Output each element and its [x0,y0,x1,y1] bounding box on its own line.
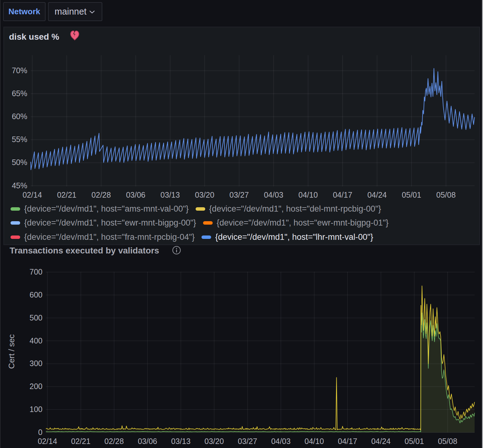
svg-text:04/03: 04/03 [264,190,283,199]
svg-text:55%: 55% [12,135,27,144]
svg-text:03/20: 03/20 [205,437,224,446]
svg-text:03/06: 03/06 [126,190,145,199]
svg-text:04/24: 04/24 [367,190,387,199]
svg-text:03/20: 03/20 [195,190,215,199]
svg-text:02/28: 02/28 [91,190,111,199]
svg-text:45%: 45% [12,181,27,190]
svg-text:04/17: 04/17 [333,190,352,199]
svg-text:02/28: 02/28 [104,437,124,446]
svg-text:200: 200 [29,382,42,391]
svg-text:65%: 65% [12,89,27,98]
svg-text:50%: 50% [12,158,27,167]
svg-text:05/08: 05/08 [436,190,456,199]
svg-text:02/14: 02/14 [38,437,57,446]
svg-text:700: 700 [29,267,42,276]
svg-text:300: 300 [29,359,42,368]
svg-text:70%: 70% [12,66,27,75]
svg-text:04/24: 04/24 [371,437,391,446]
svg-text:03/13: 03/13 [161,190,180,199]
svg-text:05/08: 05/08 [438,437,458,446]
svg-text:05/01: 05/01 [402,190,421,199]
svg-text:03/27: 03/27 [238,437,257,446]
svg-text:400: 400 [29,336,42,345]
svg-text:04/10: 04/10 [304,437,324,446]
svg-text:500: 500 [29,313,42,322]
svg-text:60%: 60% [12,112,27,121]
svg-text:03/27: 03/27 [229,190,249,199]
svg-text:04/03: 04/03 [271,437,291,446]
svg-text:04/17: 04/17 [338,437,357,446]
svg-text:05/01: 05/01 [405,437,424,446]
svg-text:02/14: 02/14 [23,190,42,199]
svg-text:0: 0 [38,428,42,437]
svg-text:600: 600 [29,290,42,299]
svg-text:02/21: 02/21 [57,190,77,199]
svg-text:04/10: 04/10 [299,190,318,199]
svg-text:03/06: 03/06 [138,437,157,446]
svg-text:03/13: 03/13 [171,437,191,446]
svg-text:02/21: 02/21 [71,437,91,446]
svg-text:100: 100 [29,405,42,414]
